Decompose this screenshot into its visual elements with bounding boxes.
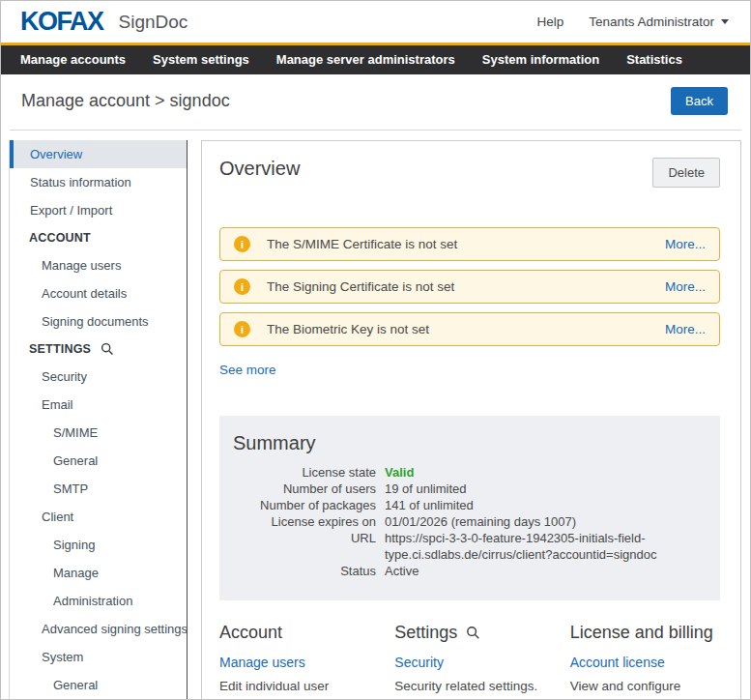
security-link[interactable]: Security [394, 655, 444, 670]
alert-biometric-key: i The Biometric Key is not set More... [219, 312, 720, 346]
content-area: Overview Status information Export / Imp… [1, 131, 750, 700]
sidebar-item-manage-users[interactable]: Manage users [10, 251, 187, 279]
sidebar-item-status-information[interactable]: Status information [10, 168, 187, 196]
alerts: i The S/MIME Certificate is not set More… [219, 227, 720, 346]
delete-button[interactable]: Delete [652, 158, 720, 188]
summary-value: 19 of unlimited [385, 481, 467, 497]
summary-row-number-of-users: Number of users 19 of unlimited [233, 481, 701, 497]
summary-value: 01/01/2026 (remaining days 1007) [385, 513, 576, 530]
summary-row-status: Status Active [233, 563, 701, 579]
summary-label: Number of users [233, 481, 376, 497]
alert-text: The Signing Certificate is not set [267, 279, 454, 294]
nav-item-statistics[interactable]: Statistics [613, 45, 696, 74]
kofax-logo: KOFAX [20, 7, 103, 37]
sidebar-item-security[interactable]: Security [10, 363, 187, 391]
column-settings: Settings Security Security related setti… [394, 623, 544, 700]
link-description: View and configure account license infor… [570, 677, 720, 700]
search-icon[interactable] [466, 626, 480, 640]
summary-row-number-of-packages: Number of packages 141 of unlimited [233, 497, 701, 513]
sidebar-item-system-general[interactable]: General [10, 671, 187, 699]
nav-item-manage-server-administrators[interactable]: Manage server administrators [263, 45, 469, 74]
alert-smime-certificate: i The S/MIME Certificate is not set More… [219, 227, 720, 261]
sidebar-item-signing-documents[interactable]: Signing documents [10, 307, 187, 335]
sidebar-section-label: ACCOUNT [29, 231, 91, 245]
help-link[interactable]: Help [536, 15, 563, 29]
breadcrumb: Manage account > signdoc [21, 91, 230, 111]
account-url-value: https://spci-3-3-0-feature-1942305-initi… [385, 530, 701, 563]
info-icon: i [234, 321, 250, 337]
alert-text: The S/MIME Certificate is not set [267, 237, 457, 251]
manage-users-link[interactable]: Manage users [219, 655, 305, 670]
info-icon: i [234, 236, 250, 252]
summary-row-license-state: License state Valid [233, 464, 701, 481]
sidebar-item-smime[interactable]: S/MIME [10, 419, 187, 447]
sidebar-section-label: SETTINGS [29, 342, 91, 356]
summary-row-url: URL https://spci-3-3-0-feature-1942305-i… [233, 530, 701, 563]
link-description: Security related settings. [394, 677, 544, 696]
sidebar: Overview Status information Export / Imp… [9, 140, 188, 700]
sidebar-item-export-import[interactable]: Export / Import [10, 196, 187, 224]
sidebar-item-advanced-signing-settings[interactable]: Advanced signing settings [10, 615, 187, 643]
alert-text: The Biometric Key is not set [267, 322, 429, 336]
app-header: KOFAX SignDoc Help Tenants Administrator [1, 1, 750, 45]
sidebar-section-settings: SETTINGS [10, 335, 187, 363]
column-title-label: Settings [394, 623, 457, 643]
column-license-and-billing: License and billing Account license View… [570, 623, 720, 700]
nav-item-system-settings[interactable]: System settings [139, 45, 263, 74]
user-menu[interactable]: Tenants Administrator [589, 15, 729, 29]
sidebar-item-account-details[interactable]: Account details [10, 279, 187, 307]
nav-item-manage-accounts[interactable]: Manage accounts [7, 45, 139, 74]
summary-label: URL [233, 530, 376, 563]
summary-title: Summary [233, 432, 701, 454]
sidebar-item-client-signing[interactable]: Signing [10, 531, 187, 559]
sidebar-item-system[interactable]: System [10, 643, 187, 671]
user-menu-label: Tenants Administrator [589, 15, 714, 29]
more-link[interactable]: More... [665, 237, 706, 251]
summary-label: Number of packages [233, 497, 376, 513]
info-icon: i [234, 278, 250, 295]
account-license-link[interactable]: Account license [570, 655, 665, 670]
summary-value: Active [385, 563, 419, 579]
alert-signing-certificate: i The Signing Certificate is not set Mor… [219, 270, 720, 304]
see-more-link[interactable]: See more [219, 363, 276, 377]
chevron-down-icon [721, 19, 729, 24]
link-description: Edit individual user details, passwords … [219, 677, 369, 700]
more-link[interactable]: More... [665, 322, 706, 336]
column-account: Account Manage users Edit individual use… [219, 623, 369, 700]
sidebar-item-client-administration[interactable]: Administration [10, 587, 187, 615]
summary-panel: Summary License state Valid Number of us… [219, 416, 720, 600]
column-title: License and billing [570, 623, 720, 643]
more-link[interactable]: More... [665, 279, 706, 294]
search-icon[interactable] [101, 342, 114, 356]
sidebar-item-client[interactable]: Client [10, 503, 187, 531]
sidebar-item-email-general[interactable]: General [10, 447, 187, 475]
summary-label: License state [233, 464, 376, 481]
app-window: KOFAX SignDoc Help Tenants Administrator… [0, 0, 751, 700]
column-title: Settings [394, 623, 544, 643]
header-right: Help Tenants Administrator [536, 15, 729, 29]
nav-item-system-information[interactable]: System information [469, 45, 613, 74]
license-state-value: Valid [385, 464, 414, 481]
sidebar-item-email[interactable]: Email [10, 391, 187, 419]
summary-value: 141 of unlimited [385, 497, 474, 513]
page-title: Overview [219, 158, 300, 180]
breadcrumb-row: Manage account > signdoc Back [10, 74, 741, 131]
sidebar-item-overview[interactable]: Overview [10, 140, 187, 168]
back-button[interactable]: Back [671, 87, 728, 115]
sidebar-item-smtp[interactable]: SMTP [10, 475, 187, 503]
main-navbar: Manage accounts System settings Manage s… [1, 45, 750, 74]
column-title: Account [219, 623, 369, 643]
summary-row-license-expires: License expires on 01/01/2026 (remaining… [233, 513, 701, 530]
shortcut-columns: Account Manage users Edit individual use… [219, 623, 720, 700]
summary-label: Status [233, 563, 376, 579]
main-panel: Overview Delete i The S/MIME Certificate… [201, 140, 741, 700]
sidebar-item-client-manage[interactable]: Manage [10, 559, 187, 587]
product-name: SignDoc [119, 12, 188, 33]
sidebar-section-account: ACCOUNT [10, 224, 187, 251]
panel-head: Overview Delete [219, 158, 720, 188]
summary-label: License expires on [233, 513, 376, 530]
